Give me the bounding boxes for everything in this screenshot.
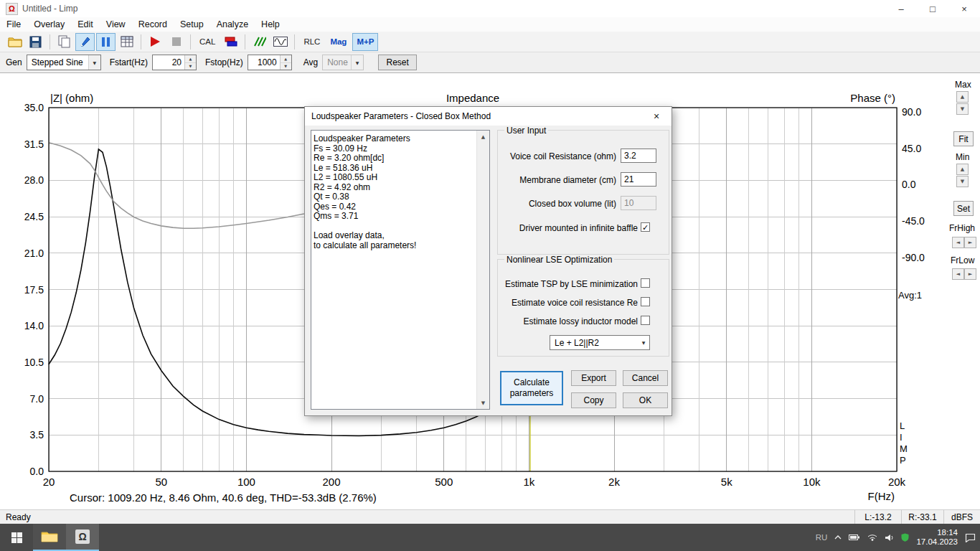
copy-button-dialog[interactable]: Copy: [571, 392, 616, 408]
x-axis-tick-label: 20k: [888, 476, 906, 488]
fit-button[interactable]: Fit: [953, 131, 974, 146]
volume-icon[interactable]: [885, 534, 894, 542]
fstart-up-button[interactable]: ▲: [185, 55, 196, 63]
taskbar-explorer-button[interactable]: [33, 524, 66, 551]
pause-button[interactable]: [96, 33, 116, 51]
check-icon: ✓: [642, 223, 649, 232]
mag-button[interactable]: Mag: [326, 33, 351, 51]
left-arrow-icon: ◄: [956, 240, 960, 245]
export-button[interactable]: Export: [571, 370, 616, 386]
freq-response-button[interactable]: [221, 33, 240, 51]
set-button[interactable]: Set: [953, 201, 974, 216]
rlc-button[interactable]: RLC: [299, 33, 324, 51]
taskbar-limp-button[interactable]: Ω: [66, 524, 99, 551]
copy-page-icon: [58, 35, 70, 48]
copy-button[interactable]: [55, 33, 74, 51]
language-indicator[interactable]: RU: [816, 533, 828, 542]
maximize-button[interactable]: □: [917, 0, 948, 17]
limp-app-icon: Ω: [75, 529, 90, 544]
min-down-button[interactable]: ▼: [956, 176, 969, 187]
ok-button[interactable]: OK: [623, 392, 668, 408]
level-unit: dBFS: [943, 510, 980, 524]
spectrum-button[interactable]: [250, 33, 269, 51]
table-icon: [121, 36, 133, 47]
caption-buttons: – □ ×: [885, 0, 980, 17]
limp-watermark: LIMP: [900, 420, 908, 466]
inductor-model-select[interactable]: Le + L2||R2 ▼: [550, 335, 650, 350]
record-stop-button[interactable]: [166, 33, 186, 51]
app-icon: Ω: [6, 3, 18, 15]
action-center-icon[interactable]: [965, 533, 976, 542]
stop-icon: [172, 37, 181, 46]
scroll-up-button[interactable]: ▲: [477, 131, 489, 143]
menu-item-setup[interactable]: Setup: [174, 19, 210, 29]
reset-button[interactable]: Reset: [378, 55, 417, 70]
estimate-tsp-checkbox[interactable]: [641, 278, 650, 288]
frlow-right-button[interactable]: ►: [964, 268, 976, 280]
menu-item-analyze[interactable]: Analyze: [210, 19, 255, 29]
right-arrow-icon: ►: [969, 240, 972, 245]
record-start-button[interactable]: [146, 33, 165, 51]
save-button[interactable]: [26, 33, 45, 51]
menu-item-help[interactable]: Help: [255, 19, 286, 29]
pause-icon: [102, 37, 110, 47]
max-down-button[interactable]: ▼: [956, 103, 969, 115]
mp-button[interactable]: M+P: [352, 33, 378, 51]
listbox-line: R2 = 4.92 ohm: [314, 183, 475, 193]
oscilloscope-button[interactable]: [270, 33, 290, 51]
hidden-icons-chevron[interactable]: [834, 535, 842, 540]
lse-opt3-label: Estimate lossy inductor model: [524, 316, 638, 326]
x-axis-tick-label: 100: [237, 476, 255, 488]
voice-coil-input[interactable]: [621, 149, 656, 163]
estimate-re-checkbox[interactable]: [641, 297, 650, 306]
start-button[interactable]: [0, 524, 33, 551]
menu-item-record[interactable]: Record: [132, 19, 174, 29]
scroll-down-button[interactable]: ▼: [477, 397, 489, 409]
close-button[interactable]: ×: [948, 0, 980, 17]
minimize-button[interactable]: –: [885, 0, 917, 17]
listbox-scrollbar[interactable]: ▲ ▼: [476, 131, 489, 409]
avg-value: None: [327, 57, 348, 67]
max-up-button[interactable]: ▲: [956, 91, 969, 103]
calculate-parameters-button[interactable]: Calculate parameters: [500, 371, 563, 405]
min-up-button[interactable]: ▲: [956, 164, 969, 175]
y-axis-tick-label: 10.5: [24, 357, 44, 368]
wifi-icon[interactable]: [867, 534, 877, 541]
menu-item-overlay[interactable]: Overlay: [27, 19, 71, 29]
open-file-button[interactable]: [5, 33, 24, 51]
y-axis-tick-label: 35.0: [24, 102, 44, 113]
fstop-up-button[interactable]: ▲: [281, 55, 291, 63]
clock[interactable]: 18:14 17.04.2023: [916, 528, 958, 547]
generator-type-select[interactable]: Stepped Sine ▼: [27, 55, 101, 70]
dialog-close-button[interactable]: ×: [641, 107, 672, 126]
chart-title: Impedance: [446, 92, 499, 104]
min-label: Min: [956, 152, 969, 162]
menu-item-edit[interactable]: Edit: [71, 19, 100, 29]
dialog-titlebar[interactable]: Loudspeaker Parameters - Closed Box Meth…: [305, 107, 672, 126]
infinite-baffle-checkbox[interactable]: ✓: [641, 222, 650, 232]
cancel-button[interactable]: Cancel: [623, 370, 668, 386]
fstop-label: Fstop(Hz): [205, 57, 243, 67]
fstart-input[interactable]: 20 ▲ ▼: [152, 55, 197, 70]
y-axis-tick-label: 31.5: [24, 138, 44, 150]
menu-item-file[interactable]: File: [0, 19, 27, 29]
listbox-line: Re = 3.20 ohm[dc]: [314, 154, 475, 164]
parameters-listbox[interactable]: Loudspeaker ParametersFs = 30.09 HzRe = …: [311, 130, 490, 410]
membrane-diameter-input[interactable]: [621, 172, 656, 187]
frhigh-left-button[interactable]: ◄: [952, 237, 964, 248]
fstop-input[interactable]: 1000 ▲ ▼: [248, 55, 292, 70]
menu-item-view[interactable]: View: [100, 19, 132, 29]
fstop-down-button[interactable]: ▼: [281, 63, 291, 70]
cal-button[interactable]: CAL: [195, 33, 220, 51]
frlow-left-button[interactable]: ◄: [952, 268, 964, 280]
table-view-button[interactable]: [117, 33, 136, 51]
pen-tool-button[interactable]: [75, 33, 95, 51]
frhigh-right-button[interactable]: ►: [964, 237, 976, 248]
listbox-line: [314, 222, 475, 232]
fstart-down-button[interactable]: ▼: [185, 63, 196, 70]
battery-icon[interactable]: [849, 534, 860, 541]
security-shield-icon[interactable]: [901, 533, 909, 542]
estimate-inductor-checkbox[interactable]: [641, 316, 650, 325]
down-arrow-icon: ▼: [961, 106, 964, 112]
x-axis-tick-label: 2k: [608, 476, 620, 488]
